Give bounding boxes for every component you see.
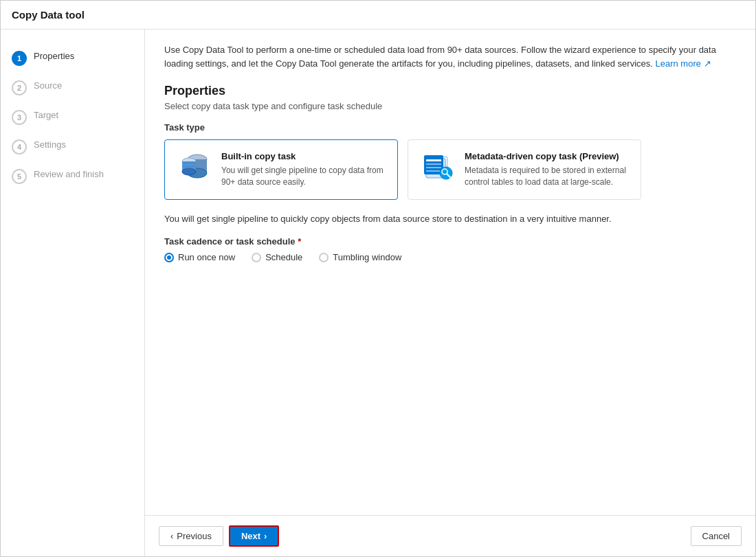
metadata-card-desc: Metadata is required to be stored in ext… — [465, 165, 630, 188]
info-banner: You will get single pipeline to quickly … — [164, 212, 736, 226]
radio-circle-run-once — [164, 253, 174, 262]
svg-rect-11 — [426, 159, 441, 161]
sidebar-label-5: Review and finish — [34, 168, 104, 181]
section-title: Properties — [164, 84, 736, 98]
metadata-copy-icon — [419, 151, 456, 181]
step-circle-3: 3 — [12, 110, 27, 125]
next-button[interactable]: Next › — [229, 525, 280, 547]
section-subtitle: Select copy data task type and configure… — [164, 101, 736, 111]
sidebar-item-settings[interactable]: 4 Settings — [1, 132, 144, 161]
radio-run-once[interactable]: Run once now — [164, 252, 235, 262]
copy-data-tool-window: Copy Data tool 1 Properties 2 Source 3 T… — [0, 0, 756, 557]
radio-circle-schedule — [252, 253, 261, 262]
required-star: * — [298, 236, 301, 247]
radio-group: Run once now Schedule Tumbling window — [164, 252, 736, 262]
cancel-button[interactable]: Cancel — [691, 526, 742, 546]
sidebar-item-target[interactable]: 3 Target — [1, 102, 144, 132]
step-circle-4: 4 — [12, 139, 27, 155]
prev-chevron-icon: ‹ — [170, 531, 173, 541]
svg-rect-13 — [426, 167, 441, 168]
sidebar-label-3: Target — [34, 109, 58, 122]
step-circle-2: 2 — [12, 80, 27, 95]
sidebar-item-source[interactable]: 2 Source — [1, 73, 144, 102]
radio-label-tumbling: Tumbling window — [333, 252, 401, 262]
footer: ‹ Previous Next › Cancel — [145, 515, 755, 556]
radio-label-schedule: Schedule — [265, 252, 302, 262]
builtin-card-content: Built-in copy task You will get single p… — [221, 151, 386, 188]
builtin-card-title: Built-in copy task — [221, 151, 386, 161]
task-card-metadata[interactable]: Metadata-driven copy task (Preview) Meta… — [408, 139, 641, 200]
sidebar-item-review[interactable]: 5 Review and finish — [1, 161, 144, 191]
svg-point-5 — [182, 168, 196, 175]
title-bar: Copy Data tool — [1, 1, 755, 30]
builtin-copy-icon — [176, 151, 213, 181]
sidebar-item-properties[interactable]: 1 Properties — [1, 43, 144, 73]
next-chevron-icon: › — [264, 531, 267, 541]
step-circle-5: 5 — [12, 169, 27, 184]
metadata-card-title: Metadata-driven copy task (Preview) — [465, 151, 630, 161]
radio-circle-tumbling — [319, 253, 329, 262]
task-type-grid: Built-in copy task You will get single p… — [164, 139, 736, 200]
previous-button[interactable]: ‹ Previous — [159, 526, 223, 546]
info-text: Use Copy Data Tool to perform a one-time… — [164, 43, 736, 70]
sidebar-label-2: Source — [34, 80, 62, 92]
content-body: Use Copy Data Tool to perform a one-time… — [145, 30, 755, 515]
content-area: Use Copy Data Tool to perform a one-time… — [145, 30, 755, 556]
radio-schedule[interactable]: Schedule — [252, 252, 302, 262]
metadata-card-content: Metadata-driven copy task (Preview) Meta… — [465, 151, 630, 188]
window-title: Copy Data tool — [12, 9, 85, 21]
task-card-builtin[interactable]: Built-in copy task You will get single p… — [164, 139, 398, 200]
sidebar: 1 Properties 2 Source 3 Target 4 Setting… — [1, 30, 145, 556]
learn-more-link[interactable]: Learn more ↗ — [655, 58, 711, 69]
svg-rect-14 — [426, 170, 441, 172]
main-layout: 1 Properties 2 Source 3 Target 4 Setting… — [1, 30, 755, 556]
sidebar-label-1: Properties — [34, 50, 74, 62]
builtin-card-desc: You will get single pipeline to copy dat… — [221, 165, 386, 188]
sidebar-label-4: Settings — [34, 139, 66, 151]
svg-rect-12 — [426, 163, 441, 165]
task-cadence-label: Task cadence or task schedule * — [164, 236, 736, 247]
radio-tumbling[interactable]: Tumbling window — [319, 252, 401, 262]
radio-label-run-once: Run once now — [178, 252, 235, 262]
step-circle-1: 1 — [12, 51, 27, 66]
task-type-label: Task type — [164, 122, 736, 133]
